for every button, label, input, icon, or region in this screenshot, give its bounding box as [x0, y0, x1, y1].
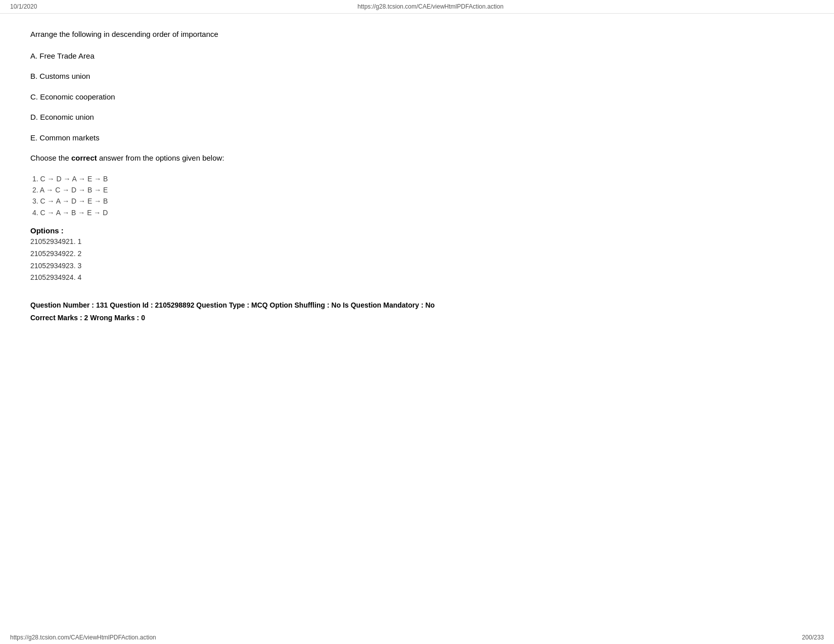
footer-bar: https://g28.tcsion.com/CAE/viewHtmlPDFAc…: [0, 631, 834, 644]
meta-line2: Correct Marks : 2 Wrong Marks : 0: [30, 312, 576, 324]
answer-option-2: 2. A → C → D → B → E: [32, 184, 576, 195]
option-c: C. Economic cooperation: [30, 91, 576, 103]
options-item-1: 21052934921. 1: [30, 236, 576, 248]
content-area: Arrange the following in descending orde…: [0, 14, 607, 340]
answer-option-4: 4. C → A → B → E → D: [32, 207, 576, 218]
options-section: Options : 21052934921. 1 21052934922. 2 …: [30, 226, 576, 284]
browser-url: https://g28.tcsion.com/CAE/viewHtmlPDFAc…: [357, 3, 503, 10]
answer-option-1: 1. C → D → A → E → B: [32, 173, 576, 184]
choose-instruction: Choose the correct answer from the optio…: [30, 153, 576, 164]
option-a: A. Free Trade Area: [30, 51, 576, 62]
footer-left: https://g28.tcsion.com/CAE/viewHtmlPDFAc…: [10, 634, 156, 641]
meta-line1: Question Number : 131 Question Id : 2105…: [30, 299, 576, 312]
option-d: D. Economic union: [30, 112, 576, 123]
answer-option-3: 3. C → A → D → E → B: [32, 195, 576, 207]
footer-right: 200/233: [802, 634, 824, 641]
option-e: E. Common markets: [30, 132, 576, 144]
options-item-2: 21052934922. 2: [30, 248, 576, 260]
browser-date: 10/1/2020: [10, 3, 37, 10]
question-meta: Question Number : 131 Question Id : 2105…: [30, 299, 576, 324]
choose-prefix: Choose the: [30, 154, 71, 162]
option-b: B. Customs union: [30, 71, 576, 82]
answer-options: 1. C → D → A → E → B 2. A → C → D → B → …: [30, 173, 576, 219]
options-item-4: 21052934924. 4: [30, 272, 576, 284]
options-label: Options :: [30, 226, 576, 235]
choose-suffix: answer from the options given below:: [97, 154, 224, 162]
question-prompt: Arrange the following in descending orde…: [30, 29, 576, 40]
choose-bold: correct: [71, 154, 97, 162]
options-item-3: 21052934923. 3: [30, 260, 576, 272]
browser-bar: 10/1/2020 https://g28.tcsion.com/CAE/vie…: [0, 0, 834, 14]
